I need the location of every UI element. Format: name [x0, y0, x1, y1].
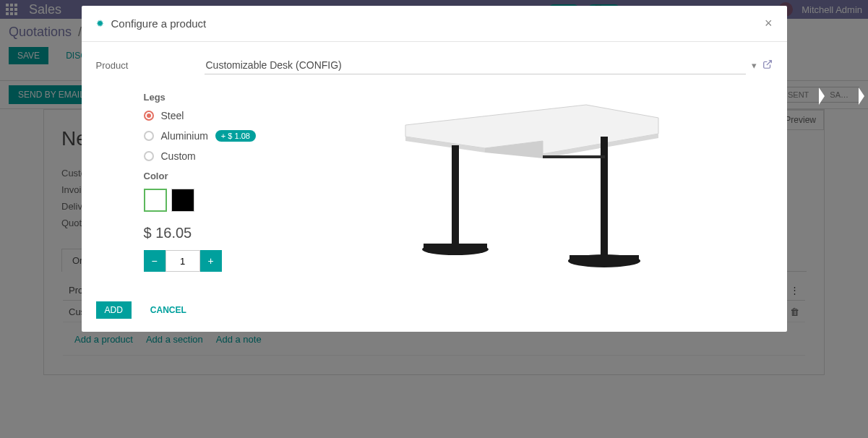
- qty-input[interactable]: [166, 250, 200, 272]
- external-link-icon[interactable]: [762, 59, 773, 72]
- color-swatch-white[interactable]: [144, 189, 167, 212]
- radio-icon[interactable]: [144, 151, 154, 161]
- modal-title: Configure a product: [111, 17, 765, 30]
- price-extra-badge: + $ 1.08: [215, 130, 256, 142]
- cancel-button[interactable]: Cancel: [142, 301, 195, 319]
- svg-rect-11: [543, 155, 605, 158]
- svg-rect-8: [601, 137, 608, 258]
- radio-icon[interactable]: [144, 111, 154, 121]
- legs-option-steel[interactable]: Steel: [144, 110, 256, 121]
- bug-icon[interactable]: ✹: [96, 18, 104, 29]
- close-icon[interactable]: ×: [765, 16, 773, 31]
- qty-minus-button[interactable]: −: [144, 250, 166, 272]
- svg-rect-5: [452, 145, 459, 246]
- radio-icon[interactable]: [144, 131, 154, 141]
- configure-product-modal: ✹ Configure a product × Product ▾ Legs S…: [82, 6, 787, 332]
- color-swatch-black[interactable]: [171, 189, 194, 212]
- product-field-label: Product: [96, 60, 205, 71]
- product-input[interactable]: [205, 56, 746, 74]
- legs-option-custom[interactable]: Custom: [144, 150, 256, 162]
- price-display: $ 16.05: [144, 225, 256, 241]
- svg-rect-7: [424, 244, 487, 248]
- color-title: Color: [144, 171, 256, 181]
- modal-overlay: ✹ Configure a product × Product ▾ Legs S…: [0, 0, 868, 438]
- svg-rect-10: [570, 255, 639, 259]
- svg-line-0: [766, 61, 770, 65]
- chevron-down-icon[interactable]: ▾: [746, 60, 762, 71]
- product-image: [391, 96, 666, 284]
- legs-title: Legs: [144, 92, 256, 103]
- qty-plus-button[interactable]: +: [200, 250, 222, 272]
- add-button[interactable]: Add: [96, 301, 132, 319]
- legs-option-aluminium[interactable]: Aluminium + $ 1.08: [144, 130, 256, 142]
